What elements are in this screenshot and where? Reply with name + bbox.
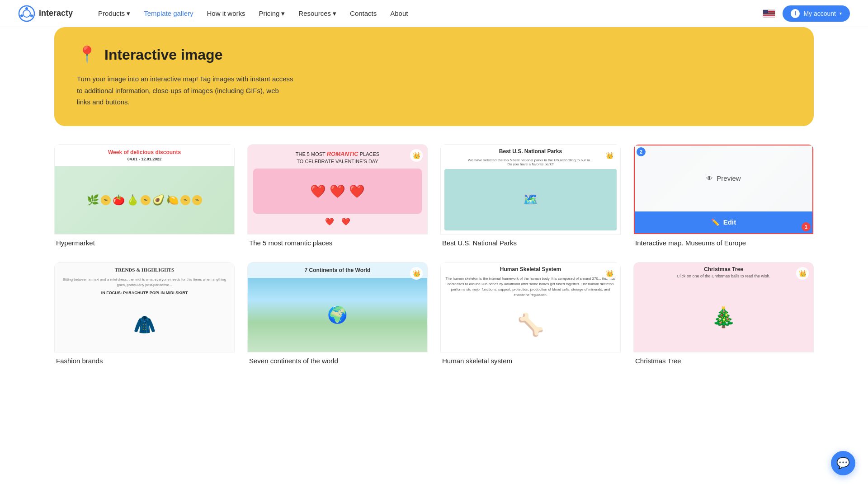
chevron-down-icon: ▾ (127, 9, 130, 18)
my-account-label: My account (803, 10, 836, 17)
logo-text: interacty (39, 9, 73, 18)
hyper-image-area: 🌿 % 🍅 🍐 % 🥑 🍋 % % (55, 166, 234, 234)
nat-parks-subtitle: We have selected the top 5 best national… (441, 158, 620, 169)
card-continents[interactable]: 7 Continents of the World 🌍 👑 Seven cont… (247, 262, 428, 367)
card-label-fashion: Fashion brands (54, 352, 235, 367)
gallery-section: Week of delicious discounts 04.01 - 12.0… (0, 140, 868, 385)
card-thumb-continents: 7 Continents of the World 🌍 👑 (247, 262, 428, 352)
nav-item-how-it-works[interactable]: How it works (207, 9, 245, 17)
card-museums[interactable]: 👁 Preview ✏️ Edit 2 1 Interactive map. M… (633, 144, 814, 249)
crown-icon-continents: 👑 (410, 267, 423, 280)
navbar: interacty Products ▾ Template gallery Ho… (0, 0, 868, 27)
nat-parks-map: 🗺️ (444, 169, 617, 230)
card-thumb-museums: 👁 Preview ✏️ Edit 2 1 (633, 144, 814, 235)
chevron-down-icon-pricing: ▾ (281, 9, 285, 18)
logo[interactable]: interacty (18, 5, 73, 22)
main-content: 📍 Interactive image Turn your image into… (0, 27, 868, 385)
card-label-museums: Interactive map. Museums of Europe (633, 235, 814, 249)
chevron-down-icon-account: ▾ (840, 11, 842, 16)
gallery-grid: Week of delicious discounts 04.01 - 12.0… (54, 144, 814, 367)
card-label-romantic: The 5 most romantic places (247, 235, 428, 249)
card-label-national-parks: Best U.S. National Parks (440, 235, 621, 249)
continents-title: 7 Continents of the World (300, 263, 375, 278)
continents-map: 🌍 (248, 278, 427, 352)
svg-point-1 (23, 10, 30, 17)
preview-button[interactable]: 👁 Preview (635, 145, 812, 211)
card-thumb-national-parks: Best U.S. National Parks We have selecte… (440, 144, 621, 235)
edit-button[interactable]: ✏️ Edit (635, 211, 812, 233)
fashion-image: 🧥 (133, 298, 156, 352)
nat-parks-title: Best U.S. National Parks (441, 145, 620, 158)
nav-item-contacts[interactable]: Contacts (350, 9, 377, 17)
crown-icon-christmas: 👑 (796, 267, 809, 280)
card-christmas[interactable]: Christmas TreeClick on one of the Christ… (633, 262, 814, 367)
nav-item-products[interactable]: Products ▾ (98, 9, 130, 18)
my-account-button[interactable]: i My account ▾ (783, 5, 850, 22)
nav-item-resources[interactable]: Resources ▾ (298, 9, 336, 18)
svg-point-3 (30, 14, 33, 17)
nav-item-template-gallery[interactable]: Template gallery (144, 9, 193, 17)
crown-icon-romantic: 👑 (410, 149, 423, 162)
pin-icon: 📍 (77, 45, 97, 64)
card-national-parks[interactable]: Best U.S. National Parks We have selecte… (440, 144, 621, 249)
nav-item-pricing[interactable]: Pricing ▾ (259, 9, 285, 18)
christmas-image: 🎄 (711, 282, 736, 352)
crown-icon-skeletal: 👑 (603, 267, 616, 280)
hero-banner: 📍 Interactive image Turn your image into… (54, 27, 814, 126)
svg-point-4 (20, 14, 23, 17)
card-fashion[interactable]: TRENDS & HIGHLIGHTS Sitting between a ma… (54, 262, 235, 367)
nav-item-about[interactable]: About (390, 9, 408, 17)
skeletal-image: 🦴 (517, 298, 544, 352)
card-label-christmas: Christmas Tree (633, 352, 814, 367)
card-thumb-hypermarket: Week of delicious discounts 04.01 - 12.0… (54, 144, 235, 235)
hero-description: Turn your image into an interactive map!… (77, 73, 294, 108)
hero-title: Interactive image (104, 47, 222, 63)
info-icon: i (791, 9, 800, 18)
fashion-body-text: Sitting between a maxi and a mini dress,… (55, 277, 234, 288)
nav-right: i My account ▾ (763, 5, 850, 22)
romantic-map: ❤️❤️❤️ (253, 169, 422, 214)
card-thumb-skeletal: Human Skeletal System The human skeleton… (440, 262, 621, 352)
chevron-down-icon-resources: ▾ (333, 9, 336, 18)
card-skeletal[interactable]: Human Skeletal System The human skeleton… (440, 262, 621, 367)
crown-icon-national-parks: 👑 (603, 149, 616, 162)
edit-label: Edit (723, 218, 736, 226)
badge-blue-museums: 2 (637, 147, 646, 156)
card-overlay-museums: 👁 Preview ✏️ Edit (634, 145, 813, 234)
hero-title-row: 📍 Interactive image (77, 45, 791, 64)
skeletal-title: Human Skeletal System (496, 263, 565, 276)
card-thumb-romantic: THE 5 MOST ROMANTIC PLACESTO CELEBRATE V… (247, 144, 428, 235)
svg-point-2 (25, 7, 28, 10)
romantic-title: THE 5 MOST ROMANTIC PLACESTO CELEBRATE V… (296, 150, 379, 165)
skeletal-desc: The human skeleton is the internal frame… (441, 276, 620, 298)
eye-icon: 👁 (706, 174, 713, 182)
hyper-title: Week of delicious discounts 04.01 - 12.0… (55, 145, 234, 166)
fashion-focus: IN FOCUS: PARACHUTE POPLIN MIDI SKIRT (99, 288, 190, 298)
romantic-hearts-bottom: ❤️❤️ (325, 217, 350, 226)
card-thumb-fashion: TRENDS & HIGHLIGHTS Sitting between a ma… (54, 262, 235, 352)
card-label-continents: Seven continents of the world (247, 352, 428, 367)
nav-links: Products ▾ Template gallery How it works… (98, 9, 408, 18)
card-label-skeletal: Human skeletal system (440, 352, 621, 367)
card-label-hypermarket: Hypermarket (54, 235, 235, 249)
preview-label: Preview (717, 174, 741, 182)
badge-red-museums: 1 (802, 222, 811, 231)
christmas-title: Christmas TreeClick on one of the Christ… (673, 263, 774, 282)
pencil-icon: ✏️ (711, 218, 720, 226)
fashion-title: TRENDS & HIGHLIGHTS (110, 263, 179, 277)
card-hypermarket[interactable]: Week of delicious discounts 04.01 - 12.0… (54, 144, 235, 249)
card-thumb-christmas: Christmas TreeClick on one of the Christ… (633, 262, 814, 352)
language-flag[interactable] (763, 9, 775, 18)
card-romantic[interactable]: THE 5 MOST ROMANTIC PLACESTO CELEBRATE V… (247, 144, 428, 249)
